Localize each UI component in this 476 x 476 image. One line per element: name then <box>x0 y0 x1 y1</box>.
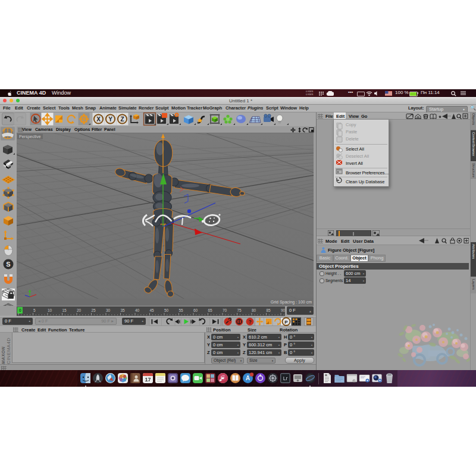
svg-text:65: 65 <box>208 308 213 312</box>
svg-text:Z: Z <box>120 116 124 123</box>
svg-text:70: 70 <box>223 308 227 312</box>
svg-text:10: 10 <box>48 308 52 312</box>
svg-text:17: 17 <box>145 377 151 383</box>
svg-text:0: 0 <box>19 308 21 312</box>
svg-text:Y: Y <box>108 116 112 123</box>
svg-text:90: 90 <box>281 308 285 312</box>
svg-text:80: 80 <box>252 308 256 312</box>
svg-text:60: 60 <box>193 308 198 312</box>
svg-text:25: 25 <box>92 308 96 312</box>
svg-text:?: ? <box>248 319 251 325</box>
svg-text:45: 45 <box>150 308 155 312</box>
svg-text:40: 40 <box>135 308 140 312</box>
svg-text:X: X <box>96 116 101 123</box>
svg-text:Lr: Lr <box>283 375 288 381</box>
svg-text:35: 35 <box>121 308 126 312</box>
svg-text:85: 85 <box>267 308 271 312</box>
svg-text:S: S <box>6 261 10 268</box>
svg-text:30: 30 <box>106 308 111 312</box>
svg-text:20: 20 <box>77 308 82 312</box>
svg-text:75: 75 <box>237 308 242 312</box>
svg-text:P: P <box>284 320 288 325</box>
svg-text:50: 50 <box>164 308 169 312</box>
svg-text:A: A <box>246 375 250 381</box>
svg-text:5: 5 <box>33 308 36 312</box>
svg-text:15: 15 <box>62 308 67 312</box>
svg-text:55: 55 <box>179 308 184 312</box>
